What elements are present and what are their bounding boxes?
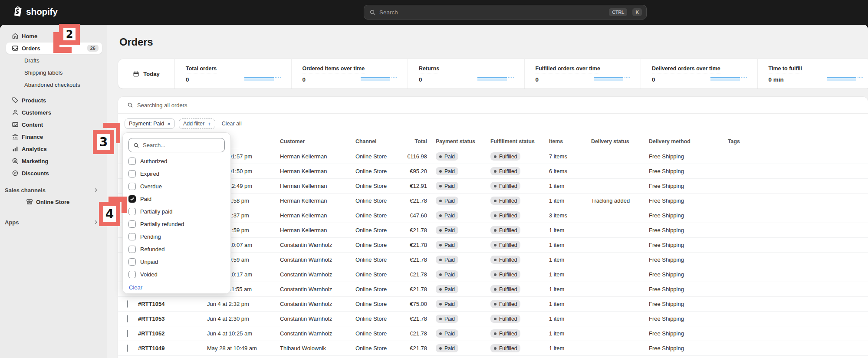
sidebar-item[interactable]: Finance xyxy=(6,131,102,142)
option-label: Paid xyxy=(140,196,151,202)
checkbox[interactable] xyxy=(128,170,136,177)
order-row[interactable]: #RTT1049 May 28 at 10:49 am Thibaud Wolo… xyxy=(118,341,868,356)
payment-status-option[interactable]: Paid xyxy=(123,193,230,205)
sidebar-item[interactable]: Shipping labels xyxy=(6,67,102,78)
checkbox[interactable] xyxy=(128,233,136,240)
payment-status-option[interactable]: Partially paid xyxy=(123,205,230,218)
sidebar-item[interactable]: Discounts xyxy=(6,168,102,179)
payment-status-option[interactable]: Authorized xyxy=(123,155,230,168)
option-label: Expired xyxy=(140,171,159,177)
orders-metrics-card: Today Total orders 0 — Ordered items ove… xyxy=(118,59,868,89)
metric-label[interactable]: Delivered orders over time xyxy=(652,66,720,73)
checkbox[interactable] xyxy=(128,195,136,203)
col-fulfillment-status[interactable]: Fulfillment status xyxy=(490,138,549,145)
payment-status-option[interactable]: Unpaid xyxy=(123,256,230,268)
popover-search-box[interactable] xyxy=(128,138,225,152)
row-checkbox[interactable] xyxy=(127,300,128,308)
sidebar-item[interactable]: Marketing xyxy=(6,155,102,167)
date-range-label: Today xyxy=(143,71,159,77)
status-dot-icon xyxy=(439,229,442,232)
payment-status-option[interactable]: Partially refunded xyxy=(123,218,230,230)
checkbox[interactable] xyxy=(128,258,136,266)
order-customer: Constantin Warnholz xyxy=(280,330,355,337)
orders-search-row[interactable] xyxy=(118,97,868,114)
order-number[interactable]: #RTT1053 xyxy=(138,315,207,322)
sidebar-item[interactable]: Analytics xyxy=(6,143,102,154)
order-row[interactable]: #RTT1053 Jun 4 at 2:30 pm Constantin War… xyxy=(118,312,868,326)
option-label: Authorized xyxy=(140,158,167,164)
fulfillment-status-badge: Fulfilled xyxy=(490,256,520,264)
checkbox[interactable] xyxy=(128,271,136,278)
metric-label[interactable]: Fulfilled orders over time xyxy=(536,66,600,73)
option-label: Refunded xyxy=(140,246,164,253)
order-number[interactable]: #RTT1052 xyxy=(138,330,207,337)
payment-paid-filter-chip[interactable]: Payment: Paid × xyxy=(125,118,175,129)
col-total[interactable]: Total xyxy=(404,138,427,145)
col-delivery-method[interactable]: Delivery method xyxy=(649,138,728,145)
sidebar-item[interactable]: Drafts xyxy=(6,55,102,66)
sparkline xyxy=(477,77,507,81)
orders-search-input[interactable] xyxy=(137,102,859,108)
order-channel: Online Store xyxy=(355,286,404,292)
order-delivery-method: Free Shipping xyxy=(649,330,728,337)
date-range-button[interactable]: Today xyxy=(118,59,175,89)
bank-icon xyxy=(12,133,19,140)
sidebar-item[interactable]: Content xyxy=(6,119,102,130)
order-delivery-method: Free Shipping xyxy=(649,271,728,278)
order-total: €21.78 xyxy=(404,315,427,322)
metric-label[interactable]: Total orders xyxy=(186,66,217,73)
order-row[interactable]: Paid Fulfilled xyxy=(118,356,868,358)
row-checkbox[interactable] xyxy=(127,330,128,337)
clear-link[interactable]: Clear xyxy=(129,284,142,291)
col-items[interactable]: Items xyxy=(549,138,591,145)
checkbox[interactable] xyxy=(128,208,136,215)
metric-label[interactable]: Time to fulfill xyxy=(769,66,802,73)
checkbox[interactable] xyxy=(128,220,136,228)
sidebar-item[interactable]: Products xyxy=(6,95,102,106)
order-customer: Herman Kellerman xyxy=(280,197,355,204)
metric-label[interactable]: Returns xyxy=(419,66,439,73)
order-date: May 28 at 10:49 am xyxy=(207,345,280,351)
col-payment-status[interactable]: Payment status xyxy=(427,138,490,145)
order-number[interactable]: #RTT1049 xyxy=(138,345,207,351)
checkbox[interactable] xyxy=(128,246,136,253)
col-customer[interactable]: Customer xyxy=(280,138,355,145)
remove-filter-x-icon[interactable]: × xyxy=(167,121,171,127)
row-checkbox[interactable] xyxy=(127,315,128,322)
metric-label[interactable]: Ordered items over time xyxy=(302,66,365,73)
order-delivery-method: Free Shipping xyxy=(649,212,728,219)
checkbox[interactable] xyxy=(128,158,136,165)
payment-status-option[interactable]: Refunded xyxy=(123,243,230,256)
order-channel: Online Store xyxy=(355,212,404,219)
payment-status-badge: Paid xyxy=(436,167,458,175)
add-filter-chip[interactable]: Add filter + xyxy=(179,118,215,129)
metric-value: 0 min xyxy=(769,76,784,83)
fulfillment-status-badge: Fulfilled xyxy=(490,182,520,190)
clear-all-button[interactable]: Clear all xyxy=(219,121,244,127)
global-search-input[interactable] xyxy=(379,9,605,16)
order-row[interactable]: #RTT1052 Jun 4 at 10:25 am Constantin Wa… xyxy=(118,326,868,341)
order-number[interactable]: #RTT1054 xyxy=(138,301,207,307)
sparkline xyxy=(827,77,856,81)
row-checkbox[interactable] xyxy=(127,345,128,352)
sidebar-item-online-store[interactable]: Online Store xyxy=(6,196,102,207)
payment-status-option[interactable]: Voided xyxy=(123,268,230,281)
checkbox[interactable] xyxy=(128,183,136,190)
payment-status-option[interactable]: Pending xyxy=(123,230,230,243)
col-delivery-status[interactable]: Delivery status xyxy=(591,138,649,145)
popover-search-input[interactable] xyxy=(143,142,220,148)
order-row[interactable]: #RTT1054 Jun 4 at 2:32 pm Constantin War… xyxy=(118,297,868,312)
sidebar-item-label: Abandoned checkouts xyxy=(24,82,99,88)
order-delivery-method: Free Shipping xyxy=(649,197,728,204)
sidebar-item[interactable]: Customers xyxy=(6,107,102,118)
payment-status-option[interactable]: Overdue xyxy=(123,180,230,193)
sidebar-section-apps[interactable]: Apps xyxy=(0,217,102,227)
global-search-bar[interactable]: CTRL K xyxy=(364,5,647,20)
col-channel[interactable]: Channel xyxy=(355,138,404,145)
payment-status-option[interactable]: Expired xyxy=(123,168,230,180)
sidebar-section-sales-channels[interactable]: Sales channels xyxy=(0,185,102,195)
order-items: 7 items xyxy=(549,153,591,160)
col-tags[interactable]: Tags xyxy=(728,138,868,145)
shopify-logo[interactable]: shopify xyxy=(13,6,58,17)
sidebar-item[interactable]: Abandoned checkouts xyxy=(6,79,102,90)
